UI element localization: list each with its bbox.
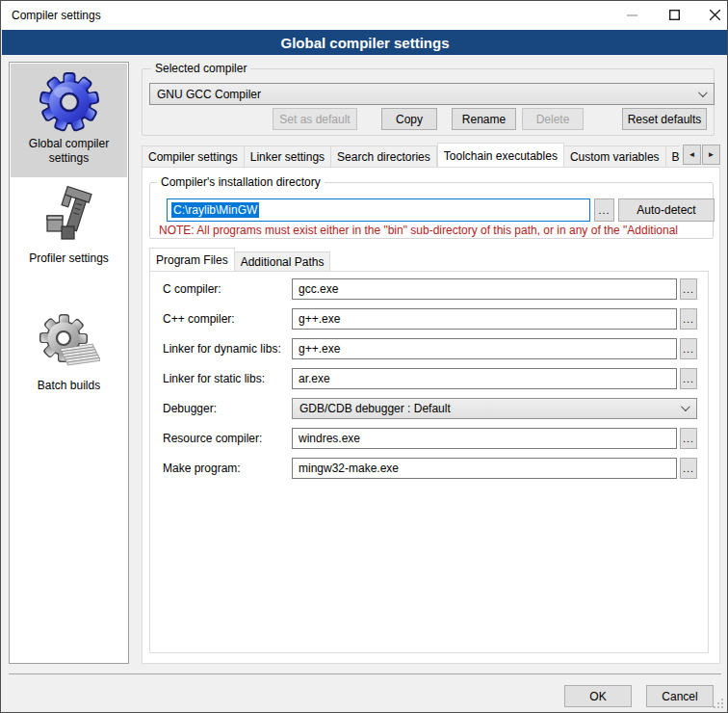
install-dir-value: C:\raylib\MinGW — [171, 202, 259, 218]
tab-program-files[interactable]: Program Files — [149, 248, 235, 272]
chevron-down-icon — [698, 88, 708, 97]
blue-gear-icon — [39, 71, 100, 133]
install-dir-input[interactable]: C:\raylib\MinGW — [167, 198, 590, 222]
tab-toolchain-executables[interactable]: Toolchain executables — [437, 143, 564, 168]
install-dir-group-label: Compiler's installation directory — [157, 175, 325, 189]
programs-tabbar: Program Files Additional Paths — [149, 248, 534, 272]
tab-build-options[interactable]: Build options — [666, 145, 680, 168]
maximize-button[interactable] — [658, 1, 690, 29]
close-icon — [710, 10, 720, 20]
rename-button[interactable]: Rename — [452, 108, 516, 130]
linker-dynamic-label: Linker for dynamic libs: — [163, 342, 281, 356]
c-compiler-label: C compiler: — [163, 282, 221, 296]
compiler-select-value: GNU GCC Compiler — [157, 88, 261, 101]
caliper-tool-icon — [39, 186, 100, 248]
make-program-label: Make program: — [163, 462, 241, 475]
tab-search-directories[interactable]: Search directories — [331, 145, 437, 168]
settings-sidebar: Global compiler settings Profiler settin… — [9, 62, 129, 664]
install-dir-browse-button[interactable]: ... — [594, 198, 614, 222]
page-title: Global compiler settings — [2, 30, 728, 55]
delete-button[interactable]: Delete — [522, 108, 584, 130]
close-button[interactable] — [698, 1, 728, 29]
linker-dynamic-browse-button[interactable]: ... — [680, 338, 697, 359]
tab-additional-paths[interactable]: Additional Paths — [235, 251, 331, 272]
sidebar-item-label: Global compiler settings — [11, 137, 127, 166]
c-compiler-browse-button[interactable]: ... — [680, 278, 697, 300]
make-program-input[interactable] — [292, 458, 677, 479]
resource-compiler-label: Resource compiler: — [163, 432, 262, 445]
set-as-default-button[interactable]: Set as default — [273, 108, 357, 130]
cpp-compiler-input[interactable] — [292, 308, 677, 330]
maximize-icon — [669, 10, 680, 20]
debugger-select-value: GDB/CDB debugger : Default — [299, 402, 451, 415]
auto-detect-button[interactable]: Auto-detect — [618, 198, 715, 222]
tab-custom-variables[interactable]: Custom variables — [564, 145, 666, 168]
sidebar-item-batch-builds[interactable]: Batch builds — [11, 309, 127, 406]
minimize-button[interactable] — [615, 1, 648, 29]
compiler-settings-dialog: Compiler settings Global compiler settin… — [0, 0, 728, 713]
tab-scroll-left-button[interactable]: ◄ — [683, 145, 701, 165]
resource-compiler-input[interactable] — [292, 428, 677, 449]
tab-compiler-settings[interactable]: Compiler settings — [142, 145, 245, 168]
scroll-left-icon: ◄ — [689, 150, 696, 159]
debugger-label: Debugger: — [163, 402, 217, 415]
resource-compiler-browse-button[interactable]: ... — [680, 428, 697, 449]
selected-compiler-group-label: Selected compiler — [151, 62, 250, 75]
resize-grip[interactable] — [714, 699, 723, 708]
cancel-button[interactable]: Cancel — [646, 685, 714, 707]
compiler-select[interactable]: GNU GCC Compiler — [149, 83, 715, 105]
copy-button[interactable]: Copy — [381, 108, 437, 130]
c-compiler-input[interactable] — [292, 278, 677, 300]
gray-gear-stack-icon — [39, 313, 100, 375]
linker-static-browse-button[interactable]: ... — [680, 368, 697, 389]
make-program-browse-button[interactable]: ... — [680, 458, 697, 479]
titlebar: Compiler settings — [1, 1, 727, 30]
linker-static-input[interactable] — [292, 368, 677, 389]
cpp-compiler-browse-button[interactable]: ... — [680, 308, 697, 330]
sidebar-item-global-compiler-settings[interactable]: Global compiler settings — [11, 64, 127, 177]
reset-defaults-button[interactable]: Reset defaults — [622, 108, 707, 130]
debugger-select[interactable]: GDB/CDB debugger : Default — [292, 398, 697, 419]
sidebar-item-label: Batch builds — [11, 379, 127, 393]
linker-dynamic-input[interactable] — [292, 338, 677, 359]
sidebar-item-label: Profiler settings — [11, 251, 127, 266]
main-tabbar: Compiler settings Linker settings Search… — [142, 143, 680, 168]
install-dir-note: NOTE: All programs must exist either in … — [159, 224, 712, 237]
scroll-right-icon: ► — [708, 150, 715, 159]
sidebar-item-profiler-settings[interactable]: Profiler settings — [11, 182, 127, 288]
footer-divider — [9, 673, 721, 674]
minimize-icon — [627, 10, 637, 20]
linker-static-label: Linker for static libs: — [163, 372, 265, 385]
tab-linker-settings[interactable]: Linker settings — [245, 145, 331, 168]
chevron-down-icon — [681, 402, 690, 411]
ok-button[interactable]: OK — [564, 685, 632, 707]
cpp-compiler-label: C++ compiler: — [163, 312, 235, 326]
tab-scroll-right-button[interactable]: ► — [702, 145, 720, 165]
window-title: Compiler settings — [12, 9, 101, 22]
